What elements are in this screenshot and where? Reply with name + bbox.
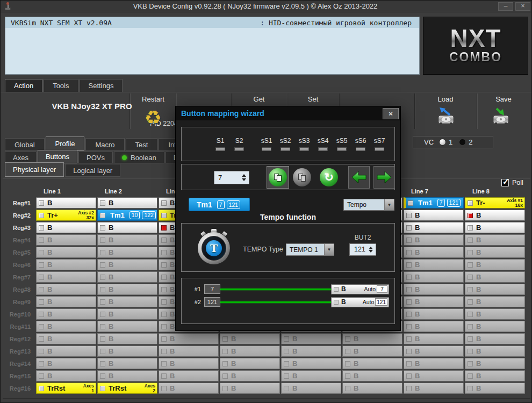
cell-checkbox[interactable] xyxy=(345,349,350,354)
grid-cell-b[interactable]: B xyxy=(36,358,96,369)
grid-cell-b[interactable]: B xyxy=(220,383,280,394)
grid-cell-b[interactable]: B xyxy=(404,333,464,344)
grid-cell-b[interactable]: B xyxy=(465,210,525,221)
cell-checkbox[interactable] xyxy=(161,324,167,329)
grid-cell-b[interactable]: B xyxy=(36,321,96,332)
grid-cell-b[interactable]: B xyxy=(342,383,402,394)
grid-cell-b[interactable]: B xyxy=(404,370,464,382)
grid-cell-b[interactable]: B xyxy=(36,370,96,382)
grid-cell-b[interactable]: B xyxy=(36,271,96,283)
spinner-up-icon[interactable] xyxy=(369,247,373,249)
grid-cell-b[interactable]: B xyxy=(36,234,96,246)
cell-checkbox-red[interactable] xyxy=(468,213,473,218)
grid-cell-b[interactable]: B xyxy=(97,234,157,246)
cell-checkbox[interactable] xyxy=(39,213,44,218)
grid-cell-b[interactable]: B xyxy=(97,333,157,344)
cell-checkbox[interactable] xyxy=(468,200,473,206)
grid-cell-b[interactable]: B xyxy=(281,333,341,344)
cell-checkbox[interactable] xyxy=(39,336,44,342)
tab-povs[interactable]: POVs xyxy=(78,152,113,163)
cell-checkbox[interactable] xyxy=(39,225,44,231)
load-disk-icon[interactable] xyxy=(434,106,457,127)
cell-checkbox[interactable] xyxy=(222,336,228,342)
cell-checkbox[interactable] xyxy=(222,373,228,379)
cell-checkbox[interactable] xyxy=(334,287,339,292)
cell-checkbox[interactable] xyxy=(406,225,412,231)
grid-cell-b[interactable]: B xyxy=(404,346,464,357)
cell-checkbox[interactable] xyxy=(39,299,44,305)
minimize-button[interactable]: – xyxy=(498,2,513,11)
grid-cell-b[interactable]: B xyxy=(404,271,464,283)
cell-checkbox[interactable] xyxy=(39,250,44,255)
previous-button[interactable] xyxy=(348,166,370,189)
tab-axes[interactable]: Axes xyxy=(5,152,37,163)
restart-recycle-icon[interactable]: ♻ xyxy=(140,106,166,129)
grid-cell-b[interactable]: B xyxy=(404,321,464,332)
cell-checkbox[interactable] xyxy=(100,238,105,243)
button-number-spinner[interactable]: 7 xyxy=(214,171,249,184)
grid-cell-trim[interactable]: Tr+Axis #232x xyxy=(36,210,96,221)
cell-checkbox[interactable] xyxy=(468,275,473,280)
grid-cell-b[interactable]: B xyxy=(465,234,525,246)
grid-cell-b[interactable]: B xyxy=(342,370,402,382)
menu-tab-action[interactable]: Action xyxy=(5,79,42,92)
dialog-title-bar[interactable]: Button mapping wizard × xyxy=(176,106,400,120)
cell-checkbox[interactable] xyxy=(284,386,289,391)
cell-checkbox[interactable] xyxy=(284,361,289,366)
cell-checkbox[interactable] xyxy=(161,373,167,379)
cell-checkbox[interactable] xyxy=(161,200,167,206)
grid-cell-b[interactable]: B xyxy=(97,358,157,369)
cell-checkbox[interactable] xyxy=(39,386,44,391)
cell-checkbox[interactable] xyxy=(100,275,105,280)
cell-checkbox[interactable] xyxy=(406,250,412,255)
grid-cell-b[interactable]: B xyxy=(465,321,525,332)
cell-checkbox[interactable] xyxy=(100,361,105,366)
cell-checkbox[interactable] xyxy=(406,238,412,243)
cell-checkbox[interactable] xyxy=(468,312,473,317)
cell-checkbox[interactable] xyxy=(161,238,167,243)
cell-checkbox[interactable] xyxy=(406,361,412,366)
grid-cell-b[interactable]: B xyxy=(36,247,96,258)
cell-checkbox[interactable] xyxy=(406,299,412,305)
cell-checkbox[interactable] xyxy=(39,312,44,317)
grid-cell-b[interactable]: B xyxy=(465,358,525,369)
grid-cell-b[interactable]: B xyxy=(404,296,464,307)
cell-checkbox[interactable] xyxy=(39,238,44,243)
cell-checkbox[interactable] xyxy=(408,200,413,206)
cell-checkbox[interactable] xyxy=(161,349,167,354)
grid-cell-tempo[interactable]: Tm110122 xyxy=(97,210,157,221)
grid-cell-b[interactable]: B xyxy=(97,284,157,295)
grid-cell-b[interactable]: B xyxy=(465,284,525,295)
grid-cell-b[interactable]: B xyxy=(404,284,464,295)
grid-cell-b[interactable]: B xyxy=(465,271,525,283)
radio-icon[interactable] xyxy=(459,139,466,146)
cell-checkbox[interactable] xyxy=(284,373,289,379)
grid-cell-b[interactable]: B xyxy=(36,197,96,208)
cell-checkbox[interactable] xyxy=(468,225,473,231)
grid-cell-b[interactable]: B xyxy=(159,333,219,344)
cell-checkbox[interactable] xyxy=(100,287,105,292)
cell-checkbox[interactable] xyxy=(100,262,105,268)
cell-checkbox[interactable] xyxy=(39,324,44,329)
save-disk-icon[interactable] xyxy=(488,106,512,127)
cell-checkbox[interactable] xyxy=(100,312,105,317)
cell-checkbox[interactable] xyxy=(468,349,473,354)
cell-checkbox[interactable] xyxy=(468,299,473,305)
cell-checkbox[interactable] xyxy=(100,200,105,206)
grid-cell-b[interactable]: B xyxy=(404,234,464,246)
menu-tab-settings[interactable]: Settings xyxy=(80,79,123,92)
grid-cell-b[interactable]: B xyxy=(465,333,525,344)
cell-checkbox[interactable] xyxy=(284,349,289,354)
cell-checkbox[interactable] xyxy=(100,349,105,354)
cell-checkbox[interactable] xyxy=(161,213,167,218)
grid-cell-b[interactable]: B xyxy=(465,346,525,357)
cell-checkbox[interactable] xyxy=(345,386,350,391)
grid-cell-b[interactable]: B xyxy=(281,346,341,357)
cell-checkbox[interactable] xyxy=(406,213,412,218)
cell-checkbox[interactable] xyxy=(406,312,412,317)
cell-checkbox[interactable] xyxy=(161,262,167,268)
cell-checkbox[interactable] xyxy=(468,238,473,243)
tab-buttons[interactable]: Buttons xyxy=(38,150,77,163)
tab-test[interactable]: Test xyxy=(126,138,158,151)
cell-checkbox[interactable] xyxy=(345,361,350,366)
